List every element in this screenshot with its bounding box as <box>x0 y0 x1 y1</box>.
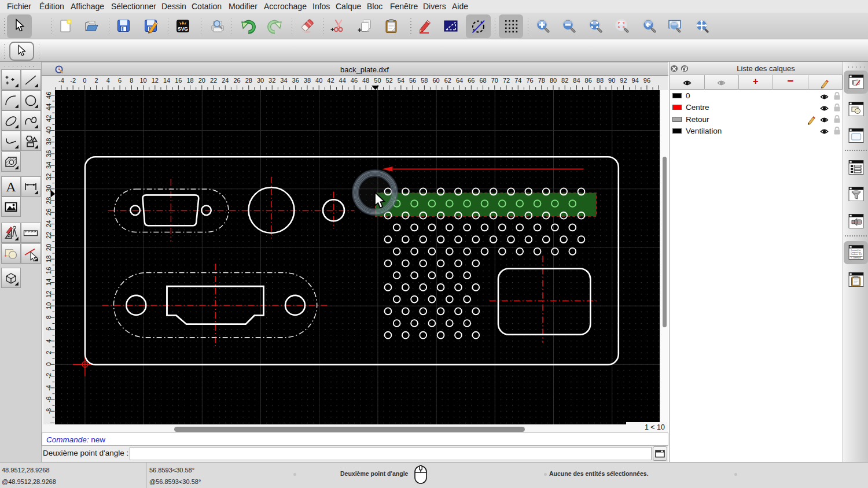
svg-text:Command: line: Command: line <box>851 249 861 252</box>
svg-text:>_ command: >_ command <box>851 257 861 259</box>
svg-text:Coordinate: 10,0: Coordinate: 10,0 <box>851 253 862 256</box>
svg-text:A: A <box>6 179 16 194</box>
svg-text:SVG: SVG <box>178 26 188 32</box>
svg-text:Command: fine: Command: fine <box>851 252 861 254</box>
